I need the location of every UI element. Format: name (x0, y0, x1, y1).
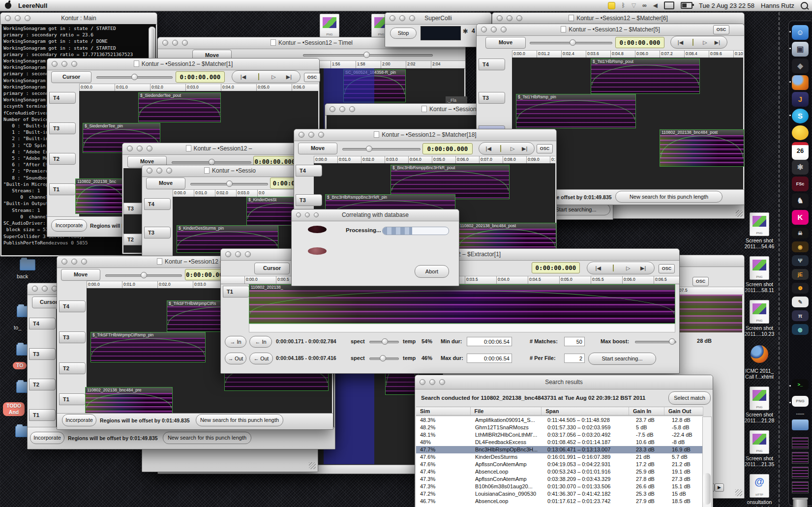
todo-tag[interactable]: TODO And (3, 402, 25, 416)
zoom-slider[interactable] (190, 183, 268, 185)
audio-region[interactable]: 110802_202138_bnc484_post (660, 129, 744, 167)
in-forward-button[interactable]: → In (225, 336, 246, 348)
play-button[interactable]: ▷ (623, 265, 633, 271)
table-row[interactable]: 47.3%B10h06m38s01aug20...0:01:30.070 – 0… (416, 483, 703, 490)
zoom-slider[interactable] (105, 274, 182, 277)
tool-mode-dropdown[interactable]: Cursor (254, 263, 290, 274)
track-tab-t3[interactable]: T3 (59, 331, 86, 343)
spectrogram[interactable] (678, 295, 742, 332)
track-tab-t3[interactable]: T3 (479, 92, 505, 104)
transport-controls[interactable]: |◀ ▷ ▶| (670, 36, 727, 49)
track-tab-t2[interactable]: T2 (59, 362, 86, 374)
stop-button[interactable] (253, 73, 264, 80)
resize-handle[interactable] (309, 462, 316, 469)
folder-icon[interactable] (20, 259, 35, 270)
stop-button[interactable] (495, 145, 506, 152)
track-tab-t1[interactable]: T1 (49, 183, 76, 195)
spect-slider[interactable] (369, 358, 399, 360)
dock-icon-latex[interactable]: π (792, 310, 809, 321)
track-tab-t4[interactable]: T4 (49, 92, 76, 104)
stop-button[interactable]: Stop (390, 28, 417, 39)
audio-region[interactable]: $_Tst1'HlbRsmp_pout (591, 59, 700, 94)
track-tab-t3[interactable]: T3 (29, 348, 56, 360)
per-file-field[interactable]: 2 (564, 354, 585, 363)
dock-icon-skull[interactable]: ☠ (792, 228, 809, 239)
zoom-slider[interactable] (96, 76, 173, 79)
dock-minimized-window[interactable] (792, 452, 809, 464)
dock-icon-knight[interactable]: ♞ (792, 193, 809, 208)
table-row[interactable]: 46.7%AbsenceLoop0:01:17.612 – 0:01:23.74… (416, 498, 703, 505)
table-row[interactable]: 48.1%LthMlBRt2HlbConLthMl'...0:03:17.056… (416, 431, 703, 439)
dock-icon-kontur[interactable]: K (792, 210, 809, 225)
dock-icon-medal[interactable]: ◉ (792, 241, 809, 252)
menu-clock[interactable]: Tue 2 Aug 23 22 58 (699, 2, 754, 9)
track-tab-t4[interactable]: T4 (296, 165, 322, 177)
play-button[interactable]: ▷ (700, 39, 711, 46)
table-row[interactable]: 47.3%ApflssnConAtemAmp0:03:38.209 – 0:03… (416, 476, 703, 483)
tool-mode-dropdown[interactable]: Cursor (51, 71, 91, 83)
start-searching-button[interactable]: Start searching... (588, 353, 656, 365)
out-back-button[interactable]: ← Out (249, 353, 273, 364)
audio-region[interactable]: 110802_202138_bnc (75, 179, 126, 214)
tool-mode-dropdown[interactable]: Move (485, 37, 526, 49)
table-header[interactable]: SimFileSpanGain InGain Out (416, 407, 703, 416)
displays-menu-icon[interactable] (664, 1, 674, 9)
audio-region[interactable]: 110802_202138_bnc484_pre (85, 387, 173, 415)
dock-icon-intellij[interactable]: J (792, 92, 809, 107)
scroll-strip[interactable] (249, 324, 675, 332)
battery-menu-icon[interactable] (681, 2, 692, 9)
menu-user[interactable]: Hanns Rutz (761, 2, 794, 9)
time-ruler[interactable]: 1:541:561:582:002:022:04 (305, 60, 465, 69)
incorporate-button[interactable]: Incorporate (51, 219, 87, 232)
osc-button[interactable]: OSC (537, 144, 553, 153)
audio-region[interactable]: $_TrkSFTHlbWrpmpCtRsmp_pin (90, 332, 206, 362)
table-row[interactable]: 48.3%Amplifikation090914_S...0:11:44.505… (416, 417, 703, 424)
table-row[interactable]: 47.6%ApflssnConAtemAmp0:04:19.053 – 0:04… (416, 461, 703, 468)
track-tab-t3[interactable]: T3 (144, 227, 171, 239)
table-row[interactable]: 47.4%AbsenceLoop0:00:53.243 – 0:01:01.91… (416, 468, 703, 476)
zoom-slider[interactable] (342, 148, 421, 150)
new-search-button[interactable]: New search for this punch length (615, 191, 722, 203)
table-row[interactable]: 47.6%KinderDesSturms0:16:01.991 – 0:16:0… (416, 453, 703, 461)
track-tab-t4[interactable]: T4 (59, 300, 86, 312)
scrollbar[interactable] (702, 417, 712, 507)
track-tab-t1[interactable]: T1 (59, 393, 86, 405)
forward-button[interactable]: ▶| (638, 265, 649, 271)
title-bar[interactable]: Kontur : Main (0, 13, 157, 25)
bluetooth-menu-icon[interactable]: ᛒ (622, 2, 625, 9)
dock-icon-gears[interactable]: ✱ (792, 160, 809, 175)
in-back-button[interactable]: ← In (249, 336, 272, 348)
zoom-slider[interactable] (303, 54, 433, 57)
track-tab-t2[interactable]: T2 (49, 153, 76, 165)
transport-controls[interactable]: |◀ ▷ ▶| (232, 70, 301, 83)
dock-icon-terminal[interactable]: >_ (792, 379, 809, 390)
table-row[interactable]: 47.7%Bnc3HlbRsmpOpBnc3H...0:13:06.471 – … (416, 446, 703, 453)
table-row[interactable]: 48.2%Ghrn12T1SnaRMoszs0:01:57.330 – 0:02… (416, 424, 703, 431)
forward-button[interactable]: ▶| (519, 145, 530, 152)
osc-button[interactable]: OSC (713, 25, 729, 34)
osc-button[interactable]: OSC (304, 73, 320, 82)
dock-minimized-window[interactable] (792, 467, 809, 478)
dock-icon-duck[interactable] (792, 125, 809, 140)
zoom-slider[interactable] (530, 42, 612, 44)
select-match-button[interactable]: Select match (668, 391, 711, 405)
rewind-button[interactable]: |◀ (483, 145, 494, 152)
app-menu-title[interactable]: LeereNull (18, 2, 47, 9)
volume-menu-icon[interactable]: ◀ (653, 2, 658, 9)
todo-tag[interactable]: TO (13, 362, 27, 369)
tool-mode-dropdown[interactable]: Move (61, 269, 100, 281)
max-dur-field[interactable]: 0:00:06.54 (467, 354, 512, 363)
audio-region[interactable]: $_Tst1'HlbRsmp_pin (516, 94, 636, 128)
min-dur-field[interactable]: 0:00:06.54 (467, 337, 512, 346)
stop-button[interactable] (688, 39, 698, 46)
dock-minimized-window[interactable] (792, 437, 809, 449)
dock-icon-documents[interactable]: ✎ (792, 297, 809, 307)
audio-region[interactable]: $_SiedenderTee_pout (138, 92, 221, 122)
zoom-slider[interactable] (172, 161, 251, 164)
stop-button[interactable] (608, 265, 619, 271)
dock-icon-fscape[interactable]: FSc (792, 177, 809, 191)
dock-icon-microphone[interactable]: Ψ (792, 255, 809, 266)
scroll-right-button[interactable]: ▶ (715, 483, 724, 492)
tool-mode-dropdown[interactable]: Move (298, 143, 337, 154)
transport-controls[interactable]: |◀ ▷ ▶| (587, 262, 655, 274)
